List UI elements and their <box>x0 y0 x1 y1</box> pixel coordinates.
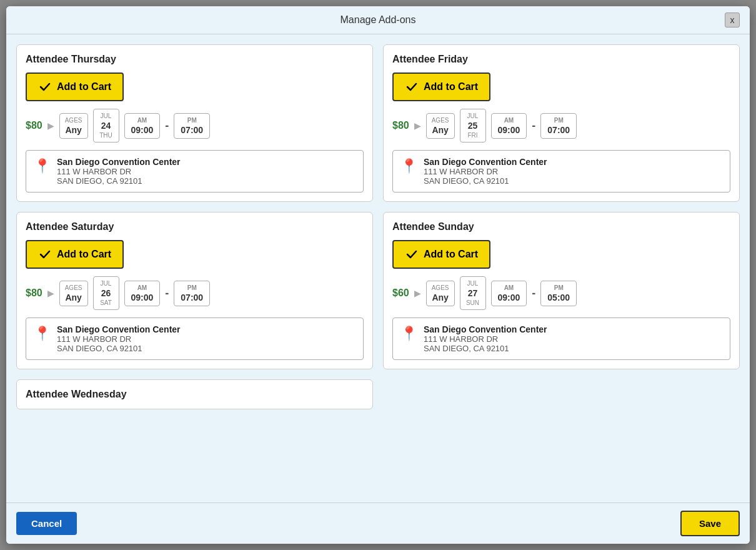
location-name-thursday: San Diego Convention Center <box>57 157 181 167</box>
price-friday: $80 <box>392 120 409 131</box>
month-saturday: JUL <box>101 279 112 288</box>
cards-row-1: Attendee Thursday Add to Cart $80 ▶ <box>16 44 740 202</box>
card-friday-title: Attendee Friday <box>392 54 730 65</box>
start-time-sunday: AM 09:00 <box>491 281 527 306</box>
location-text-saturday: San Diego Convention Center 111 W HARBOR… <box>57 324 181 353</box>
ages-box-friday: AGES Any <box>426 113 455 139</box>
location-text-friday: San Diego Convention Center 111 W HARBOR… <box>424 157 547 186</box>
add-to-cart-friday-button[interactable]: Add to Cart <box>392 72 490 101</box>
time-dash-friday: - <box>532 119 535 132</box>
card-thursday-title: Attendee Thursday <box>26 54 364 65</box>
modal-close-button[interactable]: x <box>725 12 740 28</box>
add-to-cart-thursday-label: Add to Cart <box>57 81 111 92</box>
location-text-sunday: San Diego Convention Center 111 W HARBOR… <box>424 324 547 353</box>
price-saturday: $80 <box>26 288 42 299</box>
month-friday: JUL <box>467 112 479 120</box>
start-time-friday: AM 09:00 <box>491 113 527 139</box>
ages-label-thursday: AGES <box>65 116 82 124</box>
ages-value-saturday: Any <box>65 292 81 303</box>
location-name-saturday: San Diego Convention Center <box>57 324 181 334</box>
card-saturday-title: Attendee Saturday <box>26 221 364 232</box>
modal-header: Manage Add-ons x <box>6 6 750 34</box>
dayname-thursday: THU <box>99 131 112 139</box>
location-box-sunday: 📍 San Diego Convention Center 111 W HARB… <box>392 318 730 360</box>
ages-value-thursday: Any <box>65 124 81 136</box>
location-addr2-friday: SAN DIEGO, CA 92101 <box>424 176 547 186</box>
price-sunday: $60 <box>392 288 409 299</box>
ages-value-friday: Any <box>432 124 448 136</box>
location-pin-thursday: 📍 <box>34 158 51 174</box>
day-thursday: 24 <box>101 120 111 131</box>
location-addr1-sunday: 111 W HARBOR DR <box>424 334 547 344</box>
ages-box-sunday: AGES Any <box>426 281 455 306</box>
card-wednesday: Attendee Wednesday <box>16 379 373 409</box>
ages-box-thursday: AGES Any <box>59 113 88 139</box>
price-arrow-friday: ▶ <box>414 121 421 131</box>
cards-row-3: Attendee Wednesday <box>16 379 740 409</box>
card-sunday-title: Attendee Sunday <box>392 221 730 232</box>
modal-title: Manage Add-ons <box>31 14 725 26</box>
card-thursday: Attendee Thursday Add to Cart $80 ▶ <box>16 44 373 202</box>
cancel-button[interactable]: Cancel <box>16 512 77 535</box>
start-time-saturday: AM 09:00 <box>124 281 161 306</box>
end-time-thursday: PM 07:00 <box>174 113 210 139</box>
end-time-saturday: PM 07:00 <box>174 281 210 306</box>
modal-footer: Cancel Save <box>6 502 750 544</box>
dayname-saturday: SAT <box>100 299 112 307</box>
date-box-sunday: JUL 27 SUN <box>460 276 486 310</box>
month-sunday: JUL <box>467 279 479 288</box>
location-addr1-friday: 111 W HARBOR DR <box>424 167 547 176</box>
location-name-friday: San Diego Convention Center <box>424 157 547 167</box>
ticket-row-sunday: $60 ▶ AGES Any JUL 27 SUN <box>392 276 730 310</box>
location-box-friday: 📍 San Diego Convention Center 111 W HARB… <box>392 150 730 192</box>
add-to-cart-sunday-button[interactable]: Add to Cart <box>392 240 490 269</box>
price-arrow-thursday: ▶ <box>47 121 54 131</box>
add-to-cart-saturday-button[interactable]: Add to Cart <box>26 240 124 269</box>
cards-row-2: Attendee Saturday Add to Cart $80 ▶ <box>16 212 740 369</box>
price-thursday: $80 <box>26 120 42 131</box>
date-box-thursday: JUL 24 THU <box>93 109 119 142</box>
ages-label-sunday: AGES <box>432 284 449 292</box>
ages-box-saturday: AGES Any <box>59 281 88 306</box>
location-name-sunday: San Diego Convention Center <box>424 324 547 334</box>
location-pin-saturday: 📍 <box>34 326 51 342</box>
price-arrow-saturday: ▶ <box>47 288 54 298</box>
location-addr2-saturday: SAN DIEGO, CA 92101 <box>57 344 181 353</box>
checkmark-icon-saturday <box>38 248 52 261</box>
ages-label-saturday: AGES <box>65 284 82 292</box>
time-dash-saturday: - <box>165 287 169 300</box>
month-thursday: JUL <box>101 112 112 120</box>
modal-overlay: Manage Add-ons x Attendee Thursday Add t… <box>0 0 756 550</box>
ticket-row-friday: $80 ▶ AGES Any JUL 25 FRI <box>392 109 730 142</box>
dayname-friday: FRI <box>467 131 477 139</box>
price-arrow-sunday: ▶ <box>414 288 421 298</box>
date-box-saturday: JUL 26 SAT <box>93 276 119 310</box>
modal-body: Attendee Thursday Add to Cart $80 ▶ <box>6 34 750 502</box>
location-addr2-sunday: SAN DIEGO, CA 92101 <box>424 344 547 353</box>
location-box-saturday: 📍 San Diego Convention Center 111 W HARB… <box>26 318 364 360</box>
ticket-row-saturday: $80 ▶ AGES Any JUL 26 SAT <box>26 276 364 310</box>
location-addr1-thursday: 111 W HARBOR DR <box>57 167 181 176</box>
location-addr1-saturday: 111 W HARBOR DR <box>57 334 181 344</box>
end-time-sunday: PM 05:00 <box>540 281 577 306</box>
manage-addons-modal: Manage Add-ons x Attendee Thursday Add t… <box>6 6 750 544</box>
card-sunday: Attendee Sunday Add to Cart $60 ▶ A <box>383 212 740 369</box>
end-time-friday: PM 07:00 <box>540 113 577 139</box>
location-addr2-thursday: SAN DIEGO, CA 92101 <box>57 176 181 186</box>
location-box-thursday: 📍 San Diego Convention Center 111 W HARB… <box>26 150 364 192</box>
card-wednesday-title: Attendee Wednesday <box>26 389 364 400</box>
time-dash-thursday: - <box>165 119 169 132</box>
add-to-cart-friday-label: Add to Cart <box>424 81 478 92</box>
card-friday: Attendee Friday Add to Cart $80 ▶ A <box>383 44 740 202</box>
add-to-cart-thursday-button[interactable]: Add to Cart <box>26 72 124 101</box>
add-to-cart-sunday-label: Add to Cart <box>424 249 478 260</box>
checkmark-icon-sunday <box>405 248 419 261</box>
ages-value-sunday: Any <box>432 292 448 303</box>
day-friday: 25 <box>468 120 478 131</box>
date-box-friday: JUL 25 FRI <box>460 109 486 142</box>
day-sunday: 27 <box>468 288 478 299</box>
location-text-thursday: San Diego Convention Center 111 W HARBOR… <box>57 157 181 186</box>
save-button[interactable]: Save <box>680 511 740 536</box>
add-to-cart-saturday-label: Add to Cart <box>57 249 111 260</box>
dayname-sunday: SUN <box>466 299 479 307</box>
